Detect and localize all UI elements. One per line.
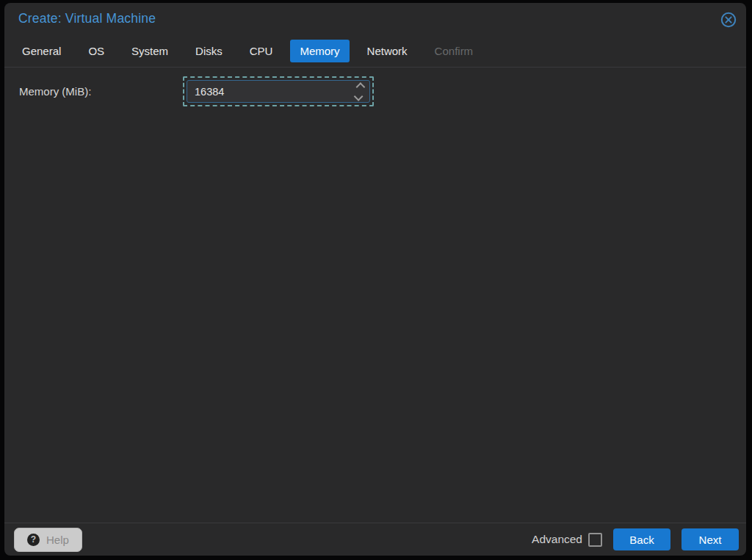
tab-os[interactable]: OS <box>79 40 114 62</box>
chevron-down-icon[interactable] <box>354 92 364 101</box>
tab-cpu[interactable]: CPU <box>240 40 283 62</box>
tab-confirm: Confirm <box>425 40 483 62</box>
tab-disks[interactable]: Disks <box>186 40 232 62</box>
spinner-arrows[interactable] <box>356 81 363 102</box>
tab-bar: GeneralOSSystemDisksCPUMemoryNetworkConf… <box>4 28 746 68</box>
help-button-label: Help <box>46 534 69 546</box>
circle-x-icon <box>720 12 737 28</box>
tab-general[interactable]: General <box>12 40 70 62</box>
memory-field-label: Memory (MiB): <box>19 85 183 98</box>
memory-input[interactable] <box>187 86 338 98</box>
help-button[interactable]: ? Help <box>14 528 82 552</box>
footer-actions: Advanced Back Next <box>532 528 739 550</box>
dialog-footer: ? Help Advanced Back Next <box>4 523 746 556</box>
tab-system[interactable]: System <box>122 40 178 62</box>
chevron-up-icon[interactable] <box>356 82 366 92</box>
back-button[interactable]: Back <box>613 528 670 550</box>
advanced-label: Advanced <box>532 533 582 546</box>
dialog-header: Create: Virtual Machine <box>4 3 746 28</box>
memory-field-focus-outline <box>183 76 374 106</box>
advanced-toggle-group: Advanced <box>532 533 602 547</box>
create-vm-dialog: Create: Virtual Machine GeneralOSSystemD… <box>4 3 746 556</box>
dialog-title: Create: Virtual Machine <box>18 11 156 26</box>
tab-network[interactable]: Network <box>358 40 417 62</box>
tab-memory[interactable]: Memory <box>290 40 349 62</box>
advanced-checkbox[interactable] <box>588 533 602 547</box>
close-button[interactable] <box>720 12 737 28</box>
next-button[interactable]: Next <box>682 528 739 550</box>
question-mark-icon: ? <box>27 534 40 546</box>
screen: { "dialog": { "title": "Create: Virtual … <box>0 0 752 560</box>
memory-spinner-field <box>187 80 370 103</box>
memory-form-row: Memory (MiB): <box>19 76 731 106</box>
dialog-content: Memory (MiB): <box>4 68 746 523</box>
